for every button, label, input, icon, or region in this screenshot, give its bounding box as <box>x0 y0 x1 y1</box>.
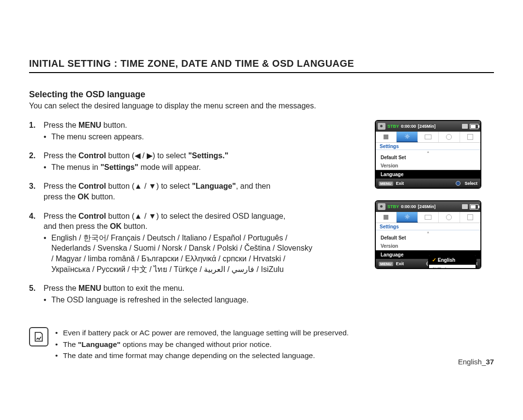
camera-icon <box>378 123 385 130</box>
menu-row-language-selected[interactable]: Language <box>376 170 480 179</box>
step-3: 3. Press the Control button (▲ / ▼) to s… <box>29 181 368 202</box>
note-icon <box>29 327 48 346</box>
tab-bar <box>376 212 480 223</box>
sd-card-icon <box>462 124 468 129</box>
exit-label: Exit <box>396 181 404 186</box>
step-text: Press the Control button (◀ / ▶) to sele… <box>44 151 229 160</box>
instructions: 1. Press the MENU button. • The menu scr… <box>29 120 368 314</box>
arrow-up-down-icon: ▲ / ▼ <box>135 182 156 190</box>
section-intro: You can select the desired language to d… <box>29 102 378 110</box>
tab-grid-icon[interactable] <box>376 212 397 223</box>
step-number: 2. <box>29 150 35 161</box>
exit-label: Exit <box>396 261 404 266</box>
status-bar: STBY 0:00:00 [245Min] <box>376 121 480 132</box>
screenshot-language-popup: STBY 0:00:00 [245Min] <box>375 200 481 269</box>
stby-label: STBY <box>387 124 399 129</box>
footer-lang: English <box>458 358 482 366</box>
note-item: •Even if battery pack or AC power are re… <box>55 327 349 338</box>
tab-disc-icon[interactable] <box>439 212 460 223</box>
tab-tools-icon[interactable] <box>460 132 480 142</box>
step-2: 2. Press the Control button (◀ / ▶) to s… <box>29 150 368 172</box>
step-sub: • The menu screen appears. <box>44 132 368 142</box>
popup-row-english-selected[interactable]: ✓English <box>429 255 476 265</box>
step-text-line2: and then press the OK button. <box>44 222 147 230</box>
sd-card-icon <box>462 204 468 209</box>
screenshots-column: STBY 0:00:00 [245Min] <box>375 120 481 269</box>
note-item: •The "Language" options may be changed w… <box>55 339 349 350</box>
step-text: Press the MENU button. <box>44 121 127 129</box>
tab-tools-icon[interactable] <box>460 212 480 223</box>
step-4: 4. Press the Control button (▲ / ▼) to s… <box>29 211 368 275</box>
svg-point-1 <box>406 216 408 218</box>
menu-row-version[interactable]: Version <box>376 242 480 250</box>
scroll-up-hint: ▲ <box>376 150 480 153</box>
notes-list: •Even if battery pack or AC power are re… <box>55 327 349 361</box>
svg-point-0 <box>406 135 408 137</box>
step-number: 5. <box>29 283 35 294</box>
tab-bar <box>376 132 480 143</box>
step-text: Press the MENU button to exit the menu. <box>44 284 185 292</box>
language-popup: ✓English 한국어 Français ▼ <box>428 255 477 269</box>
step-sub-languages: • English / 한국어/ Français / Deutsch / It… <box>44 233 368 274</box>
page-footer: English_37 <box>458 358 494 366</box>
stby-label: STBY <box>387 204 399 209</box>
battery-icon <box>470 204 478 210</box>
step-text-line2: press the OK button. <box>44 193 115 201</box>
gear-icon <box>404 134 410 139</box>
camera-icon <box>378 203 385 210</box>
screenshot-settings-menu: STBY 0:00:00 [245Min] <box>375 120 481 189</box>
menu-row-default-set[interactable]: Default Set <box>376 153 480 162</box>
step-sub: • The menus in "Settings" mode will appe… <box>44 162 368 173</box>
tab-disc-icon[interactable] <box>439 132 460 142</box>
page-title: INITIAL SETTING : TIME ZONE, DATE AND TI… <box>29 58 494 73</box>
tab-camera-icon[interactable] <box>418 212 439 223</box>
tab-camera-icon[interactable] <box>418 132 439 142</box>
tab-settings-gear[interactable] <box>397 212 417 223</box>
tab-settings-gear[interactable] <box>397 132 417 142</box>
battery-icon <box>470 124 478 129</box>
step-sub: • The OSD language is refreshed in the s… <box>44 295 368 305</box>
settings-label: Settings <box>376 223 480 230</box>
tab-grid-icon[interactable] <box>376 132 397 142</box>
arrow-up-down-icon: ▲ / ▼ <box>135 212 156 220</box>
manual-page: INITIAL SETTING : TIME ZONE, DATE AND TI… <box>0 0 523 380</box>
notes-block: •Even if battery pack or AC power are re… <box>29 327 494 361</box>
popup-row-korean[interactable]: 한국어 <box>429 265 476 269</box>
step-text: Press the Control button (▲ / ▼) to sele… <box>44 212 285 220</box>
arrow-left-right-icon: ◀ / ▶ <box>135 151 153 160</box>
note-item: •The date and time format may change dep… <box>55 350 349 361</box>
step-text: Press the Control button (▲ / ▼) to sele… <box>44 182 270 190</box>
menu-chip[interactable]: MENU <box>379 262 393 266</box>
remain-time: [245Min] <box>418 124 436 129</box>
section-title: Selecting the OSD language <box>29 90 494 100</box>
status-bar: STBY 0:00:00 [245Min] <box>376 201 480 212</box>
menu-row-default-set[interactable]: Default Set <box>376 234 480 242</box>
gear-icon <box>404 214 410 220</box>
footer-page-number: 37 <box>486 358 494 366</box>
settings-label: Settings <box>376 143 480 150</box>
menu-row-version[interactable]: Version <box>376 162 480 170</box>
step-number: 4. <box>29 211 35 222</box>
bottom-bar: MENU Exit Select <box>376 179 480 188</box>
step-number: 3. <box>29 181 35 192</box>
select-label: Select <box>464 181 477 186</box>
rec-time: 0:00:00 <box>401 204 416 209</box>
remain-time: [245Min] <box>418 204 436 209</box>
check-icon: ✓ <box>432 257 436 263</box>
menu-area: ▲ Default Set Version Language ✓English … <box>376 230 480 259</box>
rec-time: 0:00:00 <box>401 124 416 129</box>
scroll-up-hint: ▲ <box>376 230 480 234</box>
menu-area: ▲ Default Set Version Language <box>376 150 480 179</box>
step-number: 1. <box>29 120 35 131</box>
ok-ring-icon <box>456 181 461 186</box>
content-row: 1. Press the MENU button. • The menu scr… <box>29 120 494 314</box>
step-5: 5. Press the MENU button to exit the men… <box>29 283 368 305</box>
menu-chip[interactable]: MENU <box>379 181 393 186</box>
step-1: 1. Press the MENU button. • The menu scr… <box>29 120 368 142</box>
